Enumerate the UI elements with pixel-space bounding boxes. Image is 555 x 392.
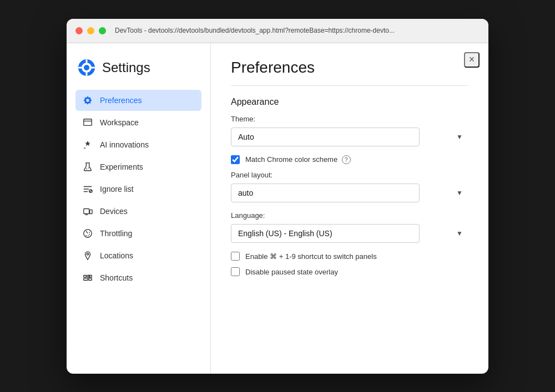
svg-rect-4	[86, 72, 88, 76]
paused-overlay-label: Disable paused state overlay	[245, 268, 338, 276]
panel-layout-select[interactable]: auto horizontal vertical	[231, 184, 420, 202]
match-chrome-checkbox[interactable]	[231, 155, 240, 164]
devtools-window: DevTools - devtools://devtools/bundled/d…	[67, 19, 488, 374]
sidebar-item-label-locations: Locations	[100, 251, 133, 260]
svg-rect-19	[89, 278, 92, 280]
title-bar: DevTools - devtools://devtools/bundled/d…	[67, 19, 488, 43]
minimize-traffic-light[interactable]	[87, 27, 94, 34]
svg-point-14	[87, 253, 89, 255]
svg-rect-15	[84, 275, 87, 277]
nav-list: Preferences Workspace	[75, 90, 201, 288]
sidebar-item-label-preferences: Preferences	[100, 96, 142, 105]
paused-overlay-checkbox[interactable]	[231, 267, 240, 276]
svg-rect-3	[86, 59, 88, 63]
language-select-arrow: ▼	[456, 230, 463, 237]
svg-rect-12	[90, 210, 93, 213]
devices-icon	[82, 206, 93, 217]
match-chrome-help-icon[interactable]: ?	[342, 155, 351, 164]
svg-rect-18	[89, 275, 92, 277]
settings-header: Settings	[75, 59, 201, 77]
throttling-icon	[82, 228, 93, 239]
sidebar-item-label-ignore-list: Ignore list	[100, 185, 134, 194]
svg-rect-17	[84, 278, 88, 280]
traffic-lights	[75, 27, 106, 34]
sidebar-item-shortcuts[interactable]: Shortcuts	[75, 267, 201, 288]
close-button[interactable]: ×	[464, 52, 480, 68]
match-chrome-label: Match Chrome color scheme ?	[245, 155, 351, 165]
panel-layout-select-arrow: ▼	[456, 189, 463, 197]
svg-rect-11	[84, 208, 89, 213]
section-divider	[231, 85, 468, 86]
ignore-list-icon	[82, 184, 93, 195]
sidebar-item-label-shortcuts: Shortcuts	[100, 273, 133, 282]
sidebar-item-label-throttling: Throttling	[100, 229, 132, 238]
sidebar-item-experiments[interactable]: Experiments	[75, 156, 201, 177]
sidebar-item-ignore-list[interactable]: Ignore list	[75, 179, 201, 200]
sidebar-item-preferences[interactable]: Preferences	[75, 90, 201, 111]
section-title: Preferences	[231, 59, 468, 77]
ai-innovations-icon	[82, 139, 93, 150]
settings-title: Settings	[102, 60, 150, 75]
sidebar-item-throttling[interactable]: Throttling	[75, 223, 201, 244]
sidebar-item-locations[interactable]: Locations	[75, 245, 201, 266]
devtools-logo	[78, 59, 95, 77]
maximize-traffic-light[interactable]	[99, 27, 106, 34]
appearance-title: Appearance	[231, 97, 468, 107]
language-label: Language:	[231, 211, 468, 220]
shortcut-row: Enable ⌘ + 1-9 shortcut to switch panels	[231, 252, 468, 261]
theme-select-arrow: ▼	[456, 133, 463, 141]
theme-select-wrapper: Auto Light Dark ▼	[231, 128, 468, 146]
theme-label: Theme:	[231, 115, 468, 123]
svg-rect-5	[78, 67, 82, 68]
shortcut-label: Enable ⌘ + 1-9 shortcut to switch panels	[245, 252, 377, 261]
sidebar: Settings Preferences	[67, 43, 211, 374]
workspace-icon	[82, 117, 93, 128]
panel-layout-label: Panel layout:	[231, 171, 468, 179]
experiments-icon	[82, 161, 93, 172]
language-select-wrapper: English (US) - English (US) ▼	[231, 224, 468, 243]
svg-point-9	[88, 167, 89, 168]
sidebar-item-label-devices: Devices	[100, 207, 128, 216]
theme-select[interactable]: Auto Light Dark	[231, 128, 420, 146]
sidebar-item-label-workspace: Workspace	[100, 118, 139, 127]
close-traffic-light[interactable]	[75, 27, 83, 34]
svg-rect-6	[91, 67, 95, 68]
sidebar-item-workspace[interactable]: Workspace	[75, 112, 201, 133]
paused-overlay-row: Disable paused state overlay	[231, 267, 468, 276]
svg-point-8	[86, 168, 87, 169]
sidebar-item-label-experiments: Experiments	[100, 162, 143, 171]
shortcut-checkbox[interactable]	[231, 252, 240, 261]
locations-icon	[82, 250, 93, 261]
svg-point-2	[84, 65, 89, 70]
match-chrome-row: Match Chrome color scheme ?	[231, 155, 468, 165]
shortcuts-icon	[82, 272, 93, 283]
panel-layout-select-wrapper: auto horizontal vertical ▼	[231, 184, 468, 202]
sidebar-item-ai-innovations[interactable]: AI innovations	[75, 134, 201, 155]
sidebar-item-devices[interactable]: Devices	[75, 201, 201, 222]
window-title: DevTools - devtools://devtools/bundled/d…	[115, 27, 395, 34]
svg-rect-7	[84, 119, 92, 125]
main-content: × Preferences Appearance Theme: Auto Lig…	[211, 43, 488, 374]
window-body: Settings Preferences	[67, 43, 488, 374]
sidebar-item-label-ai-innovations: AI innovations	[100, 140, 149, 149]
language-select[interactable]: English (US) - English (US)	[231, 224, 420, 243]
preferences-icon	[82, 95, 93, 106]
